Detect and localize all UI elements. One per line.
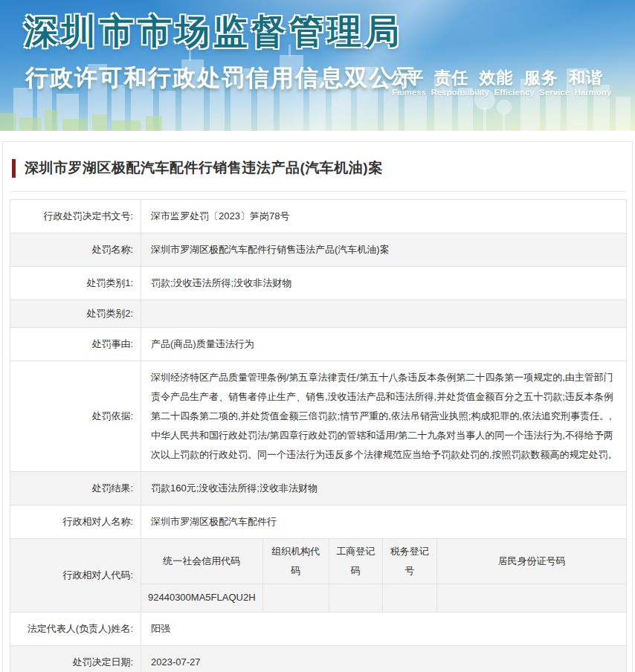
row-label: 处罚名称: <box>10 233 141 267</box>
code-column-header: 居民身份证号码 <box>437 539 626 584</box>
page-title: 深圳市罗湖区极配汽车配件行销售违法产品(汽车机油)案 <box>25 158 383 178</box>
values-slogan-cn: 公平 责任 效能 服务 和谐 <box>390 67 603 89</box>
row-label: 处罚依据: <box>10 361 141 472</box>
code-value <box>437 584 626 612</box>
codes-header-row: 统一社会信用代码组织机构代码工商登记码税务登记号居民身份证号码 <box>141 539 626 584</box>
penalty-table-body: 行政处罚决定书文号:深市监罗处罚〔2023〕笋岗78号处罚名称:深圳市罗湖区极配… <box>10 200 627 672</box>
row-value: 阳强 <box>141 612 627 645</box>
code-value <box>262 584 329 612</box>
table-row: 行政相对人名称:深圳市罗湖区极配汽车配件行 <box>10 505 627 539</box>
title-divider <box>10 191 625 192</box>
row-label: 处罚类别1: <box>10 267 141 300</box>
org-title: 深圳市市场监督管理局 <box>24 9 403 55</box>
code-column-header: 税务登记号 <box>382 539 437 584</box>
code-column-header: 统一社会信用代码 <box>141 539 262 584</box>
row-value: 统一社会信用代码组织机构代码工商登记码税务登记号居民身份证号码92440300M… <box>141 539 627 613</box>
row-value: 罚款160元;没收违法所得;没收非法财物 <box>141 472 627 505</box>
code-value <box>329 584 382 612</box>
table-row: 处罚类别1:罚款;没收违法所得;没收非法财物 <box>10 267 627 300</box>
penalty-detail-table: 行政处罚决定书文号:深市监罗处罚〔2023〕笋岗78号处罚名称:深圳市罗湖区极配… <box>10 199 627 672</box>
table-row: 处罚结果:罚款160元;没收违法所得;没收非法财物 <box>10 472 627 505</box>
row-label: 行政处罚决定书文号: <box>10 200 141 233</box>
table-row: 处罚依据:深圳经济特区产品质量管理条例/第五章法律责任/第五十八条违反本条例第二… <box>10 361 627 472</box>
header-banner: 深圳市市场监督管理局 行政许可和行政处罚信用信息双公示 公平 责任 效能 服务 … <box>0 0 635 131</box>
table-row: 处罚决定日期:2023-07-27 <box>10 645 627 672</box>
row-label: 处罚结果: <box>10 472 141 505</box>
table-row: 法定代表人(负责人)姓名:阳强 <box>10 612 627 645</box>
row-value: 深市监罗处罚〔2023〕笋岗78号 <box>141 200 627 233</box>
row-value: 深圳市罗湖区极配汽车配件行 <box>141 505 627 539</box>
row-label: 处罚类别2: <box>10 300 141 328</box>
table-row: 行政相对人代码:统一社会信用代码组织机构代码工商登记码税务登记号居民身份证号码9… <box>10 539 627 613</box>
codes-value-row: 92440300MA5FLAQU2H <box>141 584 626 612</box>
code-column-header: 组织机构代码 <box>262 539 329 584</box>
row-label: 法定代表人(负责人)姓名: <box>10 612 141 645</box>
row-label: 处罚决定日期: <box>10 645 141 672</box>
row-value: 产品(商品)质量违法行为 <box>141 328 627 361</box>
table-row: 行政处罚决定书文号:深市监罗处罚〔2023〕笋岗78号 <box>10 200 627 233</box>
title-accent-bar <box>12 159 16 178</box>
relative-person-codes-table: 统一社会信用代码组织机构代码工商登记码税务登记号居民身份证号码92440300M… <box>141 539 626 612</box>
row-label: 行政相对人名称: <box>10 505 141 539</box>
row-value <box>141 300 627 328</box>
table-row: 处罚名称:深圳市罗湖区极配汽车配件行销售违法产品(汽车机油)案 <box>10 233 627 267</box>
code-value <box>382 584 437 612</box>
code-column-header: 工商登记码 <box>329 539 382 584</box>
code-value: 92440300MA5FLAQU2H <box>141 584 262 612</box>
row-value: 深圳市罗湖区极配汽车配件行销售违法产品(汽车机油)案 <box>141 233 627 267</box>
table-row: 处罚类别2: <box>10 300 627 328</box>
row-value: 罚款;没收违法所得;没收非法财物 <box>141 267 627 300</box>
case-title-row: 深圳市罗湖区极配汽车配件行销售违法产品(汽车机油)案 <box>3 142 632 191</box>
values-slogan-en: Faimess Responsibility Efficiency Servic… <box>392 88 611 97</box>
row-value: 2023-07-27 <box>141 645 627 672</box>
row-value: 深圳经济特区产品质量管理条例/第五章法律责任/第五十八条违反本条例第二十四条第一… <box>141 361 627 472</box>
banner-subtitle: 行政许可和行政处罚信用信息双公示 <box>25 62 418 94</box>
row-label: 行政相对人代码: <box>10 539 141 613</box>
content-panel: 深圳市罗湖区极配汽车配件行销售违法产品(汽车机油)案 行政处罚决定书文号:深市监… <box>2 141 633 672</box>
row-label: 处罚事由: <box>10 328 141 361</box>
table-row: 处罚事由:产品(商品)质量违法行为 <box>10 328 627 361</box>
